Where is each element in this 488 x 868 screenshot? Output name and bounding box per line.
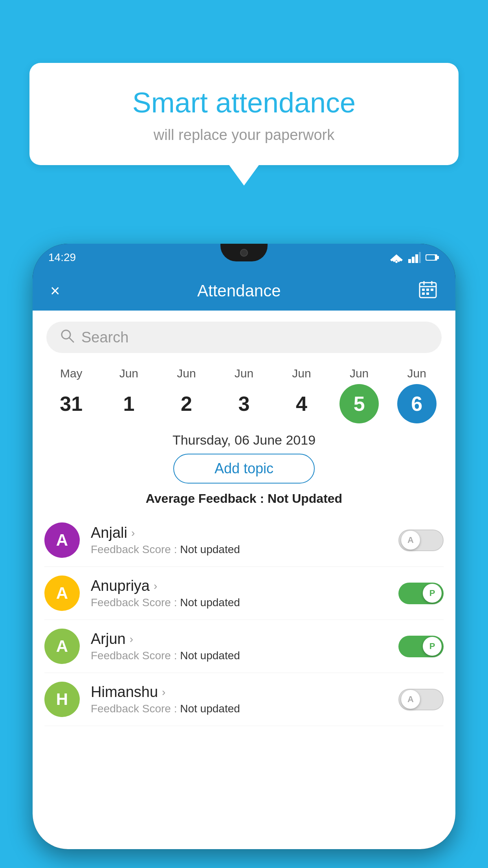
avg-feedback: Average Feedback : Not Updated <box>33 491 455 506</box>
svg-rect-18 <box>426 292 429 295</box>
calendar-icon[interactable] <box>418 280 438 303</box>
svg-rect-9 <box>426 255 435 260</box>
search-icon <box>60 329 74 346</box>
svg-line-20 <box>69 338 73 342</box>
student-avatar-2: A <box>44 629 80 664</box>
camera-dot <box>240 249 248 257</box>
cal-col-0[interactable]: May31 <box>48 367 95 423</box>
cal-col-4[interactable]: Jun4 <box>278 367 325 423</box>
header-title: Attendance <box>197 281 281 300</box>
cal-month-6: Jun <box>407 367 426 380</box>
speech-bubble-container: Smart attendance will replace your paper… <box>29 63 459 165</box>
svg-rect-5 <box>415 254 418 263</box>
speech-subtitle: will replace your paperwork <box>49 127 439 143</box>
student-name-2: Arjun › <box>91 631 398 647</box>
cal-month-0: May <box>60 367 83 380</box>
svg-rect-15 <box>426 289 429 291</box>
cal-day-5[interactable]: 5 <box>339 384 379 423</box>
toggle-2[interactable]: P <box>398 636 444 657</box>
add-topic-button[interactable]: Add topic <box>173 454 315 484</box>
cal-day-6[interactable]: 6 <box>397 384 437 423</box>
app-header: × Attendance <box>33 271 455 311</box>
student-info-3: Himanshu ›Feedback Score : Not updated <box>91 684 398 715</box>
student-avatar-3: H <box>44 682 80 717</box>
toggle-knob-2: P <box>423 637 442 656</box>
toggle-3[interactable]: A <box>398 689 444 710</box>
toggle-1[interactable]: P <box>398 583 444 604</box>
notch <box>220 244 268 261</box>
cal-month-4: Jun <box>292 367 311 380</box>
speech-bubble: Smart attendance will replace your paper… <box>29 63 459 165</box>
avg-feedback-value: Not Updated <box>268 491 342 506</box>
chevron-icon-2: › <box>130 633 133 645</box>
student-avatar-1: A <box>44 576 80 611</box>
svg-rect-17 <box>422 292 425 295</box>
chevron-icon-0: › <box>131 527 135 539</box>
student-item-2[interactable]: AArjun ›Feedback Score : Not updatedP <box>44 620 444 673</box>
status-time: 14:29 <box>48 251 76 264</box>
cal-col-6[interactable]: Jun6 <box>393 367 440 423</box>
student-item-0[interactable]: AAnjali ›Feedback Score : Not updatedA <box>44 514 444 567</box>
avg-feedback-label: Average Feedback : <box>146 491 264 506</box>
cal-col-3[interactable]: Jun3 <box>220 367 268 423</box>
chevron-icon-1: › <box>154 580 157 592</box>
toggle-knob-1: P <box>423 584 442 603</box>
cal-day-4[interactable]: 4 <box>282 384 321 423</box>
status-bar: 14:29 <box>33 244 455 271</box>
cal-month-3: Jun <box>235 367 253 380</box>
search-bar[interactable]: Search <box>46 322 442 353</box>
student-name-0: Anjali › <box>91 524 398 541</box>
cal-col-5[interactable]: Jun5 <box>336 367 383 423</box>
toggle-knob-3: A <box>401 690 420 709</box>
cal-col-2[interactable]: Jun2 <box>163 367 210 423</box>
chevron-icon-3: › <box>162 686 165 699</box>
cal-day-3[interactable]: 3 <box>224 384 264 423</box>
svg-rect-3 <box>408 259 411 263</box>
phone-screen: Search May31Jun1Jun2Jun3Jun4Jun5Jun6 Thu… <box>33 311 455 849</box>
student-list: AAnjali ›Feedback Score : Not updatedAAA… <box>33 514 455 726</box>
cal-day-1[interactable]: 1 <box>109 384 149 423</box>
phone-frame: 14:29 <box>33 244 455 849</box>
cal-month-5: Jun <box>350 367 369 380</box>
wifi-icon <box>389 252 404 263</box>
cal-day-2[interactable]: 2 <box>167 384 206 423</box>
status-icons <box>389 252 440 263</box>
student-avatar-0: A <box>44 522 80 558</box>
cal-month-2: Jun <box>177 367 196 380</box>
student-info-1: Anupriya ›Feedback Score : Not updated <box>91 577 398 609</box>
search-placeholder: Search <box>81 329 128 346</box>
close-button[interactable]: × <box>50 281 60 300</box>
svg-rect-16 <box>431 289 433 291</box>
selected-date-label: Thursday, 06 June 2019 <box>33 432 455 448</box>
cal-month-1: Jun <box>119 367 138 380</box>
calendar-row: May31Jun1Jun2Jun3Jun4Jun5Jun6 <box>33 361 455 425</box>
toggle-knob-0: A <box>401 531 420 550</box>
speech-title: Smart attendance <box>49 86 439 119</box>
toggle-0[interactable]: A <box>398 530 444 551</box>
svg-point-2 <box>395 261 398 263</box>
student-info-0: Anjali ›Feedback Score : Not updated <box>91 524 398 556</box>
cal-day-0[interactable]: 31 <box>51 384 91 423</box>
student-name-3: Himanshu › <box>91 684 398 701</box>
student-item-3[interactable]: HHimanshu ›Feedback Score : Not updatedA <box>44 673 444 726</box>
svg-rect-14 <box>422 289 425 291</box>
cal-col-1[interactable]: Jun1 <box>105 367 152 423</box>
battery-icon <box>426 254 440 261</box>
student-item-1[interactable]: AAnupriya ›Feedback Score : Not updatedP <box>44 567 444 620</box>
student-score-1: Feedback Score : Not updated <box>91 596 398 609</box>
student-score-2: Feedback Score : Not updated <box>91 649 398 662</box>
svg-rect-8 <box>437 256 439 259</box>
student-score-3: Feedback Score : Not updated <box>91 702 398 715</box>
svg-rect-6 <box>419 252 421 263</box>
student-score-0: Feedback Score : Not updated <box>91 543 398 556</box>
student-name-1: Anupriya › <box>91 577 398 594</box>
svg-rect-4 <box>412 257 415 263</box>
student-info-2: Arjun ›Feedback Score : Not updated <box>91 631 398 662</box>
signal-icon <box>408 252 421 263</box>
